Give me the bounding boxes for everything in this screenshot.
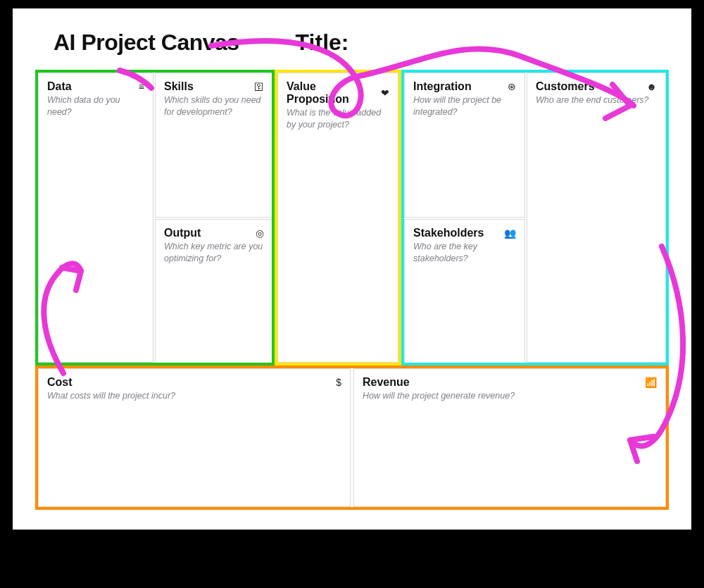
cell-stakeholders-prompt: Who are the key stakeholders? [413, 241, 516, 265]
cell-value-prompt: What is the value added by your project? [287, 107, 389, 131]
cell-output[interactable]: Output ◎ Which key metric are you optimi… [155, 219, 273, 364]
people-icon: 👥 [504, 227, 516, 239]
face-icon: ☻ [646, 81, 657, 92]
dollar-icon: $ [336, 377, 341, 388]
cell-output-title: Output [164, 227, 201, 239]
cell-stakeholders-title: Stakeholders [413, 227, 484, 239]
cell-integration[interactable]: Integration ⊛ How will the project be in… [404, 73, 525, 218]
cell-revenue-prompt: How will the project generate revenue? [363, 390, 657, 402]
cell-customers-prompt: Who are the end customers? [536, 94, 657, 106]
cell-integration-title: Integration [413, 80, 472, 93]
cell-stakeholders[interactable]: Stakeholders 👥 Who are the key stakehold… [404, 219, 525, 364]
page-title: AI Project Canvas [54, 30, 239, 56]
cell-customers[interactable]: Customers ☻ Who are the end customers? [527, 73, 666, 363]
key-icon: ⚿ [254, 81, 264, 92]
cell-value-title: Value Proposition [287, 80, 381, 106]
title-label: Title: [296, 30, 349, 56]
cell-data-prompt: Which data do you need? [47, 94, 144, 118]
cell-integration-prompt: How will the project be integrated? [413, 94, 516, 118]
cell-data-title: Data [47, 80, 72, 93]
cell-value-proposition[interactable]: Value Proposition ❤ What is the value ad… [277, 73, 398, 363]
cell-cost[interactable]: Cost $ What costs will the project incur… [38, 368, 351, 507]
heart-icon: ❤ [381, 87, 389, 99]
cell-customers-title: Customers [536, 80, 595, 93]
cell-cost-title: Cost [47, 376, 73, 389]
list-icon: ≡ [139, 81, 144, 92]
cell-skills-title: Skills [164, 80, 194, 93]
gear-icon: ⊛ [508, 81, 516, 92]
cell-cost-prompt: What costs will the project incur? [47, 390, 341, 402]
cell-skills-prompt: Which skills do you need for development… [164, 94, 264, 118]
bars-icon: 📶 [645, 377, 657, 388]
cell-skills[interactable]: Skills ⚿ Which skills do you need for de… [155, 73, 273, 218]
canvas-page: AI Project Canvas Title: Data ≡ Which da… [13, 8, 691, 530]
cell-data[interactable]: Data ≡ Which data do you need? [38, 73, 153, 363]
cell-output-prompt: Which key metric are you optimizing for? [164, 241, 264, 265]
target-icon: ◎ [256, 227, 264, 239]
cell-revenue-title: Revenue [363, 376, 410, 389]
cell-revenue[interactable]: Revenue 📶 How will the project generate … [353, 368, 666, 507]
header-bar: AI Project Canvas Title: [34, 23, 670, 70]
canvas-grid: Data ≡ Which data do you need? Skills ⚿ … [35, 70, 669, 510]
